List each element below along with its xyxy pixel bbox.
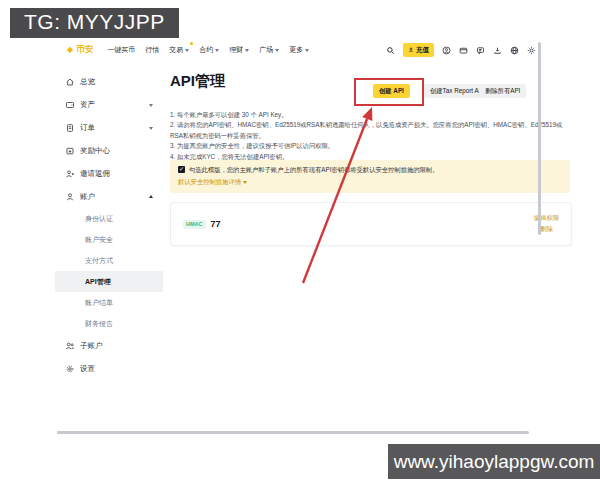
gear-icon [65, 364, 75, 374]
sidebar-item-label: 设置 [80, 364, 95, 374]
rewards-icon [65, 146, 75, 156]
wallet-icon [65, 100, 75, 110]
sidebar-item-assets[interactable]: 资产 [55, 93, 163, 116]
sidebar-item-overview[interactable]: 总览 [55, 70, 163, 93]
wallet-icon[interactable] [459, 46, 468, 55]
chevron-up-icon [149, 193, 153, 198]
banner-text: 勾选此模版，您的主账户和子账户上的所有现有API密钥都将受默认安全控制措施的限制… [189, 166, 438, 175]
sidebar-item-label: 资产 [80, 100, 95, 110]
vertical-scrollbar[interactable] [538, 42, 541, 235]
sidebar: 总览 资产 订单 奖励中心 邀请返佣 账户 身份认证 账户安全 支付方式 API… [55, 62, 163, 380]
person-plus-icon [65, 169, 75, 179]
diamond-logo-icon: ◆ [67, 46, 73, 54]
binance-logo[interactable]: ◆ 币安 [67, 44, 93, 56]
nav-item-earn[interactable]: 理财 [229, 45, 249, 55]
top-nav: ◆ 币安 一键买币 行情 交易 合约 理财 广场 更多 充值 [55, 38, 542, 62]
nav-items: 一键买币 行情 交易 合约 理财 广场 更多 [107, 45, 309, 55]
chevron-down-icon [275, 49, 279, 54]
sidebar-item-subaccounts[interactable]: 子账户 [55, 334, 163, 357]
delete-all-api-button[interactable]: 删除所有API [479, 84, 526, 98]
sidebar-subitem-security[interactable]: 账户安全 [55, 229, 163, 250]
security-controls-details-link[interactable]: 默认安全控制措施详情 [178, 178, 562, 187]
hmac-badge: HMAC [183, 220, 206, 229]
person-icon [65, 192, 75, 202]
sidebar-item-settings[interactable]: 设置 [55, 357, 163, 380]
chevron-down-icon [243, 181, 247, 186]
chat-icon[interactable] [476, 46, 485, 55]
orders-icon [65, 123, 75, 133]
nav-item-square[interactable]: 广场 [259, 45, 279, 55]
sidebar-subitem-identity[interactable]: 身份认证 [55, 208, 163, 229]
sidebar-subitem-statement[interactable]: 账户结单 [55, 292, 163, 313]
delete-api-link[interactable]: 删除 [540, 225, 553, 234]
deposit-button[interactable]: 充值 [403, 43, 434, 57]
api-notes: 1. 每个账户最多可以创建 30 个 API Key。 2. 请勿将您的API密… [170, 110, 568, 162]
chevron-down-icon [245, 49, 249, 54]
sidebar-item-label: 奖励中心 [80, 146, 110, 156]
nav-item-more[interactable]: 更多 [289, 45, 309, 55]
api-key-name: 77 [211, 219, 221, 229]
chevron-down-icon [149, 104, 153, 109]
sidebar-item-orders[interactable]: 订单 [55, 116, 163, 139]
site-watermark: www.yihaoylappgw.com [388, 444, 600, 479]
person-icon [408, 47, 414, 53]
checkbox-checked-icon[interactable]: ✓ [178, 166, 185, 173]
sidebar-item-label: 邀请返佣 [80, 169, 110, 179]
chevron-down-icon [305, 49, 309, 54]
nav-item-markets[interactable]: 行情 [145, 45, 159, 55]
people-icon [65, 341, 75, 351]
nav-item-trade[interactable]: 交易 [169, 45, 189, 55]
profile-icon[interactable] [442, 46, 451, 55]
create-api-button[interactable]: 创建 API [373, 84, 410, 98]
sidebar-item-referral[interactable]: 邀请返佣 [55, 162, 163, 185]
horizontal-scrollbar[interactable] [57, 431, 529, 434]
sidebar-subitem-financial-report[interactable]: 财务报告 [55, 313, 163, 334]
note-line: 1. 每个账户最多可以创建 30 个 API Key。 [170, 110, 568, 120]
nav-item-futures[interactable]: 合约 [199, 45, 219, 55]
sidebar-item-label: 总览 [80, 77, 95, 87]
download-icon[interactable] [493, 46, 502, 55]
api-key-card: HMAC 77 编辑权限 删除 [170, 202, 572, 246]
search-icon[interactable] [386, 46, 395, 55]
nav-item-buy-crypto[interactable]: 一键买币 [107, 45, 135, 55]
sidebar-subitem-payment[interactable]: 支付方式 [55, 250, 163, 271]
sidebar-item-label: 订单 [80, 123, 95, 133]
chevron-down-icon [215, 49, 219, 54]
sidebar-item-label: 子账户 [80, 341, 103, 351]
chevron-down-icon [149, 127, 153, 132]
chevron-down-icon [185, 49, 189, 54]
globe-icon[interactable] [510, 46, 519, 55]
page-title: API管理 [170, 72, 225, 91]
nav-right-icons: 充值 [386, 43, 536, 57]
exchange-page: ◆ 币安 一键买币 行情 交易 合约 理财 广场 更多 充值 [55, 38, 542, 438]
sidebar-item-label: 账户 [80, 192, 95, 202]
brand-name: 币安 [76, 44, 93, 56]
note-line: 2. 请勿将您的API密钥、HMAC密钥、Ed25519或RSA私钥透露给任何人… [170, 120, 568, 141]
deposit-label: 充值 [416, 46, 429, 55]
notification-dot [190, 42, 193, 45]
theme-sun-icon[interactable] [527, 46, 536, 55]
note-line: 3. 为提高您账户的安全性，建议仅授予可信IP以访问权限。 [170, 141, 568, 151]
tg-contact-badge: TG: MYYJJPP [10, 8, 179, 38]
sidebar-subitem-api-management[interactable]: API管理 [55, 271, 163, 292]
security-template-banner: ✓ 勾选此模版，您的主账户和子账户上的所有现有API密钥都将受默认安全控制措施的… [170, 160, 570, 193]
home-icon [65, 77, 75, 87]
sidebar-item-account[interactable]: 账户 [55, 185, 163, 208]
sidebar-item-rewards[interactable]: 奖励中心 [55, 139, 163, 162]
